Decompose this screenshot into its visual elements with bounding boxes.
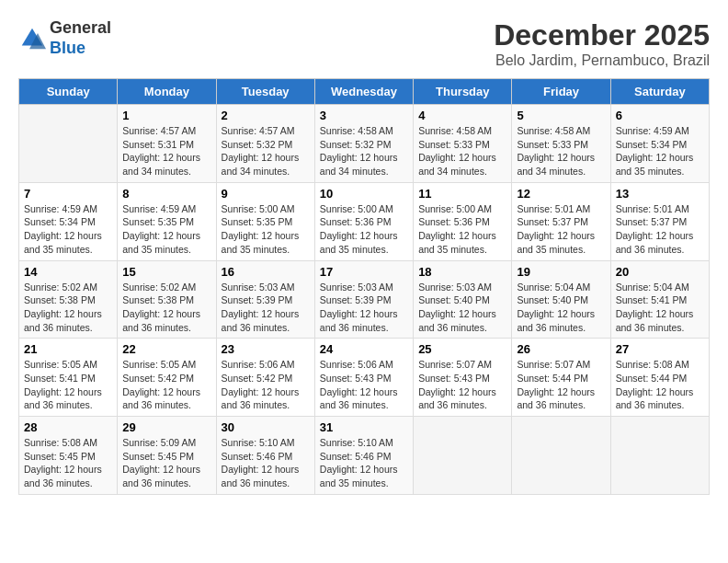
- day-number: 8: [122, 187, 210, 201]
- day-number: 31: [320, 420, 408, 434]
- day-info: Sunrise: 5:07 AM Sunset: 5:43 PM Dayligh…: [418, 358, 506, 412]
- day-number: 5: [517, 109, 605, 122]
- calendar-cell: [512, 417, 610, 495]
- calendar-cell: 25Sunrise: 5:07 AM Sunset: 5:43 PM Dayli…: [414, 339, 512, 417]
- main-title: December 2025: [494, 18, 710, 52]
- day-info: Sunrise: 5:00 AM Sunset: 5:36 PM Dayligh…: [418, 202, 506, 257]
- calendar-cell: 20Sunrise: 5:04 AM Sunset: 5:41 PM Dayli…: [610, 260, 709, 339]
- day-number: 13: [616, 187, 704, 201]
- day-info: Sunrise: 5:08 AM Sunset: 5:45 PM Dayligh…: [24, 436, 112, 490]
- day-info: Sunrise: 4:59 AM Sunset: 5:34 PM Dayligh…: [616, 124, 704, 178]
- calendar-cell: 27Sunrise: 5:08 AM Sunset: 5:44 PM Dayli…: [610, 339, 709, 417]
- calendar-cell: 19Sunrise: 5:04 AM Sunset: 5:40 PM Dayli…: [512, 260, 610, 339]
- day-number: 10: [320, 187, 408, 201]
- day-info: Sunrise: 5:06 AM Sunset: 5:43 PM Dayligh…: [320, 358, 408, 412]
- calendar-cell: 3Sunrise: 4:58 AM Sunset: 5:32 PM Daylig…: [314, 105, 413, 183]
- weekday-header: Monday: [118, 79, 216, 105]
- calendar-cell: 23Sunrise: 5:06 AM Sunset: 5:42 PM Dayli…: [216, 339, 314, 417]
- day-number: 26: [517, 342, 605, 356]
- day-info: Sunrise: 5:09 AM Sunset: 5:45 PM Dayligh…: [122, 436, 210, 490]
- page-header: General Blue December 2025 Belo Jardim, …: [18, 18, 710, 69]
- calendar-cell: 29Sunrise: 5:09 AM Sunset: 5:45 PM Dayli…: [118, 417, 216, 495]
- calendar-cell: 18Sunrise: 5:03 AM Sunset: 5:40 PM Dayli…: [414, 260, 512, 339]
- day-number: 21: [24, 342, 112, 356]
- day-number: 20: [616, 265, 704, 279]
- day-info: Sunrise: 4:59 AM Sunset: 5:34 PM Dayligh…: [24, 202, 112, 257]
- calendar-cell: 21Sunrise: 5:05 AM Sunset: 5:41 PM Dayli…: [19, 339, 118, 417]
- calendar-body: 1Sunrise: 4:57 AM Sunset: 5:31 PM Daylig…: [19, 105, 710, 495]
- calendar-week-row: 7Sunrise: 4:59 AM Sunset: 5:34 PM Daylig…: [19, 182, 710, 260]
- day-info: Sunrise: 5:05 AM Sunset: 5:42 PM Dayligh…: [122, 358, 210, 412]
- day-info: Sunrise: 5:00 AM Sunset: 5:36 PM Dayligh…: [320, 202, 408, 257]
- day-number: 12: [517, 187, 605, 201]
- day-number: 27: [616, 342, 704, 356]
- day-info: Sunrise: 5:04 AM Sunset: 5:41 PM Dayligh…: [616, 281, 704, 335]
- weekday-header: Friday: [512, 79, 610, 105]
- title-block: December 2025 Belo Jardim, Pernambuco, B…: [494, 18, 710, 69]
- day-info: Sunrise: 5:05 AM Sunset: 5:41 PM Dayligh…: [24, 358, 112, 412]
- day-number: 14: [24, 265, 112, 279]
- calendar-cell: 16Sunrise: 5:03 AM Sunset: 5:39 PM Dayli…: [216, 260, 314, 339]
- weekday-header: Tuesday: [216, 79, 314, 105]
- calendar-header: SundayMondayTuesdayWednesdayThursdayFrid…: [19, 79, 710, 105]
- calendar-cell: [414, 417, 512, 495]
- day-number: 18: [418, 265, 506, 279]
- day-info: Sunrise: 5:01 AM Sunset: 5:37 PM Dayligh…: [517, 202, 605, 257]
- day-number: 4: [418, 109, 506, 122]
- day-number: 29: [122, 420, 210, 434]
- day-number: 11: [418, 187, 506, 201]
- day-number: 19: [517, 265, 605, 279]
- logo-text: General Blue: [50, 18, 111, 58]
- day-info: Sunrise: 4:58 AM Sunset: 5:33 PM Dayligh…: [517, 124, 605, 178]
- day-info: Sunrise: 5:02 AM Sunset: 5:38 PM Dayligh…: [24, 281, 112, 335]
- calendar-cell: 5Sunrise: 4:58 AM Sunset: 5:33 PM Daylig…: [512, 105, 610, 183]
- weekday-header: Sunday: [19, 79, 118, 105]
- day-info: Sunrise: 5:01 AM Sunset: 5:37 PM Dayligh…: [616, 202, 704, 257]
- calendar-cell: 28Sunrise: 5:08 AM Sunset: 5:45 PM Dayli…: [19, 417, 118, 495]
- logo-general: General: [50, 18, 111, 37]
- calendar-cell: 13Sunrise: 5:01 AM Sunset: 5:37 PM Dayli…: [610, 182, 709, 260]
- weekday-header: Wednesday: [314, 79, 413, 105]
- day-info: Sunrise: 5:10 AM Sunset: 5:46 PM Dayligh…: [222, 436, 310, 490]
- day-number: 25: [418, 342, 506, 356]
- calendar-cell: 30Sunrise: 5:10 AM Sunset: 5:46 PM Dayli…: [216, 417, 314, 495]
- calendar-cell: 11Sunrise: 5:00 AM Sunset: 5:36 PM Dayli…: [414, 182, 512, 260]
- day-number: 23: [222, 342, 310, 356]
- day-info: Sunrise: 5:03 AM Sunset: 5:39 PM Dayligh…: [320, 281, 408, 335]
- day-info: Sunrise: 4:59 AM Sunset: 5:35 PM Dayligh…: [122, 202, 210, 257]
- logo: General Blue: [18, 18, 111, 58]
- day-number: 6: [616, 109, 704, 122]
- calendar-week-row: 1Sunrise: 4:57 AM Sunset: 5:31 PM Daylig…: [19, 105, 710, 183]
- calendar-cell: 4Sunrise: 4:58 AM Sunset: 5:33 PM Daylig…: [414, 105, 512, 183]
- day-info: Sunrise: 4:58 AM Sunset: 5:32 PM Dayligh…: [320, 124, 408, 178]
- day-number: 22: [122, 342, 210, 356]
- day-info: Sunrise: 5:02 AM Sunset: 5:38 PM Dayligh…: [122, 281, 210, 335]
- calendar-cell: 10Sunrise: 5:00 AM Sunset: 5:36 PM Dayli…: [314, 182, 413, 260]
- day-info: Sunrise: 5:00 AM Sunset: 5:35 PM Dayligh…: [222, 202, 310, 257]
- calendar-cell: 14Sunrise: 5:02 AM Sunset: 5:38 PM Dayli…: [19, 260, 118, 339]
- logo-blue: Blue: [50, 39, 85, 57]
- day-info: Sunrise: 5:10 AM Sunset: 5:46 PM Dayligh…: [320, 436, 408, 490]
- calendar-cell: 7Sunrise: 4:59 AM Sunset: 5:34 PM Daylig…: [19, 182, 118, 260]
- weekday-row: SundayMondayTuesdayWednesdayThursdayFrid…: [19, 79, 710, 105]
- calendar-cell: 22Sunrise: 5:05 AM Sunset: 5:42 PM Dayli…: [118, 339, 216, 417]
- calendar-cell: 6Sunrise: 4:59 AM Sunset: 5:34 PM Daylig…: [610, 105, 709, 183]
- day-info: Sunrise: 4:57 AM Sunset: 5:31 PM Dayligh…: [122, 124, 210, 178]
- calendar-cell: 8Sunrise: 4:59 AM Sunset: 5:35 PM Daylig…: [118, 182, 216, 260]
- calendar-cell: 9Sunrise: 5:00 AM Sunset: 5:35 PM Daylig…: [216, 182, 314, 260]
- day-number: 24: [320, 342, 408, 356]
- calendar-week-row: 28Sunrise: 5:08 AM Sunset: 5:45 PM Dayli…: [19, 417, 710, 495]
- day-info: Sunrise: 4:58 AM Sunset: 5:33 PM Dayligh…: [418, 124, 506, 178]
- day-info: Sunrise: 5:03 AM Sunset: 5:39 PM Dayligh…: [222, 281, 310, 335]
- calendar-cell: 2Sunrise: 4:57 AM Sunset: 5:32 PM Daylig…: [216, 105, 314, 183]
- weekday-header: Thursday: [414, 79, 512, 105]
- day-info: Sunrise: 5:04 AM Sunset: 5:40 PM Dayligh…: [517, 281, 605, 335]
- day-info: Sunrise: 5:06 AM Sunset: 5:42 PM Dayligh…: [222, 358, 310, 412]
- calendar-cell: 26Sunrise: 5:07 AM Sunset: 5:44 PM Dayli…: [512, 339, 610, 417]
- day-number: 15: [122, 265, 210, 279]
- day-number: 28: [24, 420, 112, 434]
- calendar-cell: 1Sunrise: 4:57 AM Sunset: 5:31 PM Daylig…: [118, 105, 216, 183]
- calendar-cell: [610, 417, 709, 495]
- day-number: 2: [222, 109, 310, 122]
- calendar-week-row: 21Sunrise: 5:05 AM Sunset: 5:41 PM Dayli…: [19, 339, 710, 417]
